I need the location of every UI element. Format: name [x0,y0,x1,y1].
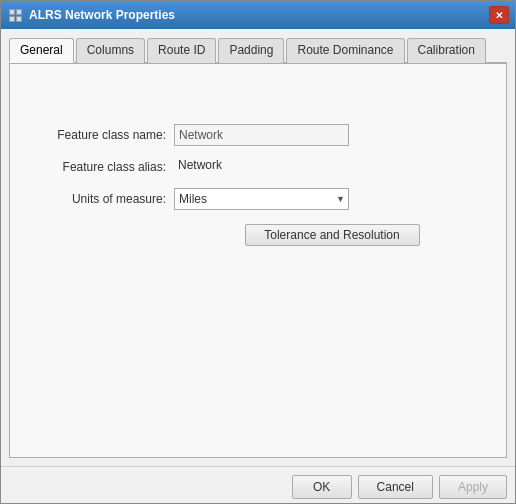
footer: OK Cancel Apply [1,466,515,503]
feature-class-name-input[interactable] [174,124,349,146]
tab-columns[interactable]: Columns [76,38,145,63]
feature-class-alias-value: Network [174,156,349,178]
tab-route-dominance[interactable]: Route Dominance [286,38,404,63]
units-select-wrapper: Miles Kilometers Feet Meters [174,188,349,210]
units-of-measure-row: Units of measure: Miles Kilometers Feet … [46,188,490,210]
app-icon [7,7,23,23]
main-window: ALRS Network Properties ✕ General Column… [0,0,516,504]
window-title: ALRS Network Properties [29,8,175,22]
tab-padding[interactable]: Padding [218,38,284,63]
title-buttons: ✕ [489,6,509,24]
tolerance-resolution-button[interactable]: Tolerance and Resolution [245,224,420,246]
title-bar-left: ALRS Network Properties [7,7,175,23]
form-area: Feature class name: Feature class alias:… [26,124,490,246]
feature-class-name-label: Feature class name: [46,128,166,142]
tab-general[interactable]: General [9,38,74,63]
close-button[interactable]: ✕ [489,6,509,24]
feature-class-alias-row: Feature class alias: Network [46,156,490,178]
apply-button[interactable]: Apply [439,475,507,499]
ok-button[interactable]: OK [292,475,352,499]
title-bar: ALRS Network Properties ✕ [1,1,515,29]
cancel-button[interactable]: Cancel [358,475,433,499]
tab-route-id[interactable]: Route ID [147,38,216,63]
feature-class-name-row: Feature class name: [46,124,490,146]
tab-calibration[interactable]: Calibration [407,38,486,63]
feature-class-alias-label: Feature class alias: [46,160,166,174]
tolerance-button-row: Tolerance and Resolution [174,224,490,246]
window-content: General Columns Route ID Padding Route D… [1,29,515,466]
units-of-measure-select[interactable]: Miles Kilometers Feet Meters [174,188,349,210]
units-of-measure-label: Units of measure: [46,192,166,206]
tab-bar: General Columns Route ID Padding Route D… [9,37,507,64]
tab-content-general: Feature class name: Feature class alias:… [9,64,507,458]
